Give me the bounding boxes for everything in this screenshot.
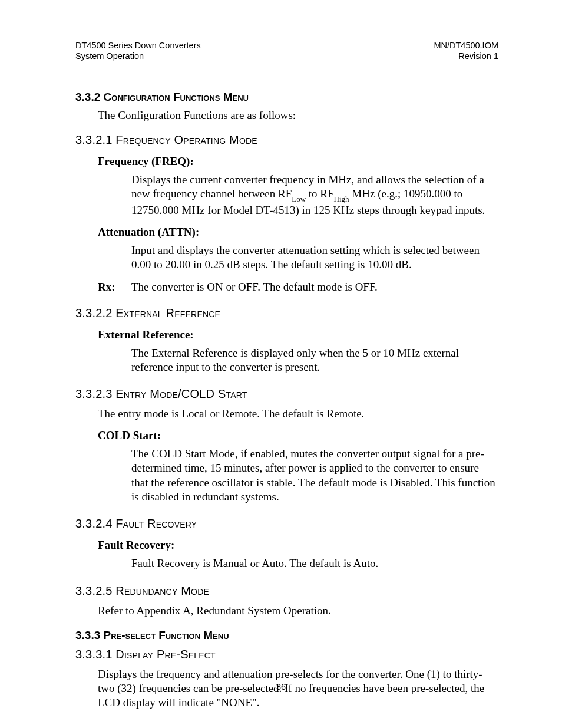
heading-3-3-2-4: 3.3.2.4 Fault Recovery	[75, 517, 498, 531]
heading-title: Display Pre-Select	[115, 648, 216, 661]
redundancy-body: Refer to Appendix A, Redundant System Op…	[98, 604, 498, 618]
attn-body: Input and displays the converter attenua…	[131, 243, 498, 272]
heading-title: External Reference	[115, 307, 220, 319]
header-right-line2: Revision 1	[434, 51, 498, 61]
heading-3-3-3: 3.3.3 Pre-select Function Menu	[75, 629, 498, 642]
heading-number: 3.3.2.3	[75, 387, 113, 400]
freq-body: Displays the current converter frequency…	[131, 173, 498, 218]
rf-high-subscript: High	[334, 195, 349, 203]
page: DT4500 Series Down Converters System Ope…	[0, 0, 562, 728]
rx-body: The converter is ON or OFF. The default …	[131, 281, 378, 294]
heading-number: 3.3.3.1	[75, 648, 113, 661]
heading-number: 3.3.2.1	[75, 133, 113, 146]
heading-title: Frequency Operating Mode	[115, 133, 257, 146]
attn-term: Attenuation (ATTN):	[98, 226, 498, 239]
freq-body-part-b: to RF	[306, 187, 334, 200]
heading-number: 3.3.2	[75, 91, 100, 103]
rx-row: Rx: The converter is ON or OFF. The defa…	[98, 281, 498, 294]
section-3-3-2-intro: The Configuration Functions are as follo…	[98, 108, 498, 123]
extref-term: External Reference:	[98, 328, 498, 341]
heading-title: Redundancy Mode	[115, 584, 209, 597]
rx-label: Rx:	[98, 281, 131, 294]
coldstart-body: The COLD Start Mode, if enabled, mutes t…	[131, 447, 498, 504]
heading-3-3-2: 3.3.2 Configuration Functions Menu	[75, 91, 498, 104]
faultrecovery-term: Fault Recovery:	[98, 539, 498, 552]
heading-3-3-2-1: 3.3.2.1 Frequency Operating Mode	[75, 133, 498, 147]
faultrecovery-body: Fault Recovery is Manual or Auto. The de…	[131, 556, 498, 571]
heading-3-3-2-2: 3.3.2.2 External Reference	[75, 307, 498, 320]
heading-title: Pre-select Function Menu	[104, 629, 229, 641]
heading-number: 3.3.2.2	[75, 307, 113, 319]
heading-3-3-2-5: 3.3.2.5 Redundancy Mode	[75, 584, 498, 598]
header-left-line2: System Operation	[75, 51, 201, 61]
entry-mode-intro: The entry mode is Local or Remote. The d…	[98, 407, 498, 421]
page-number: 36	[0, 682, 562, 691]
header-left: DT4500 Series Down Converters System Ope…	[75, 40, 201, 61]
header-right-line1: MN/DT4500.IOM	[434, 40, 498, 51]
extref-body: The External Reference is displayed only…	[131, 346, 498, 375]
heading-3-3-3-1: 3.3.3.1 Display Pre-Select	[75, 648, 498, 661]
freq-term: Frequency (FREQ):	[98, 155, 498, 168]
header-right: MN/DT4500.IOM Revision 1	[434, 40, 498, 61]
heading-number: 3.3.3	[75, 629, 100, 641]
heading-title: Fault Recovery	[115, 517, 197, 530]
page-header: DT4500 Series Down Converters System Ope…	[75, 40, 498, 61]
rf-low-subscript: Low	[292, 195, 306, 203]
heading-3-3-2-3: 3.3.2.3 Entry Mode/COLD Start	[75, 387, 498, 401]
heading-title: Configuration Functions Menu	[104, 91, 249, 103]
heading-title: Entry Mode/COLD Start	[115, 387, 247, 400]
coldstart-term: COLD Start:	[98, 429, 498, 442]
heading-number: 3.3.2.4	[75, 517, 113, 530]
heading-number: 3.3.2.5	[75, 584, 113, 597]
header-left-line1: DT4500 Series Down Converters	[75, 40, 201, 51]
